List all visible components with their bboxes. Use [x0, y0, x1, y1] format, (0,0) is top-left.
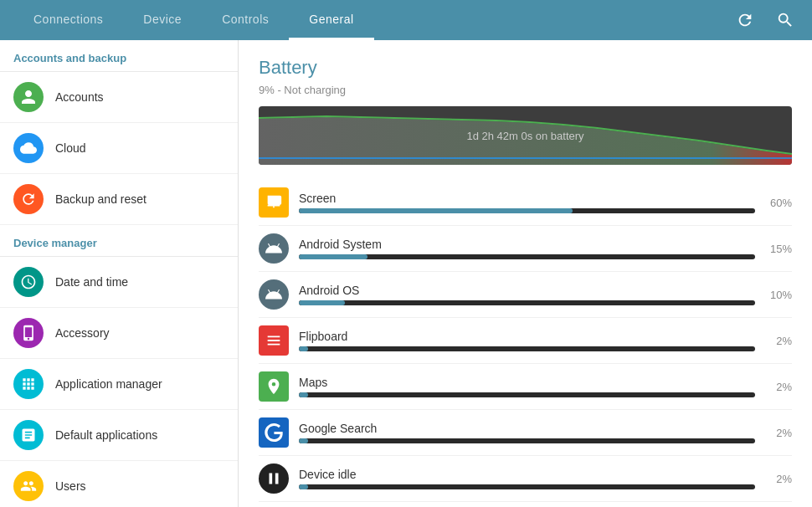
android-system-name: Android System	[299, 238, 755, 251]
app-manager-icon	[13, 369, 44, 399]
usage-item-google-play: Google Play services 2%	[259, 502, 792, 507]
usage-item-google-search: Google Search 2%	[259, 410, 792, 456]
device-idle-icon	[259, 463, 289, 494]
sidebar-item-users[interactable]: Users	[0, 461, 238, 507]
default-apps-icon	[13, 420, 44, 450]
android-system-info: Android System	[299, 238, 755, 259]
sidebar: Accounts and backup Accounts Cloud Backu…	[0, 40, 239, 507]
date-time-icon	[13, 267, 44, 297]
flipboard-percent: 2%	[765, 335, 792, 347]
users-icon	[13, 471, 44, 501]
maps-bar-fill	[299, 392, 308, 397]
flipboard-icon	[259, 325, 289, 356]
users-label: Users	[55, 479, 86, 493]
google-search-icon	[259, 417, 289, 448]
accounts-icon	[13, 82, 44, 112]
android-os-bar-bg	[299, 300, 755, 305]
device-idle-percent: 2%	[765, 473, 792, 485]
tab-controls[interactable]: Controls	[202, 0, 289, 40]
date-time-label: Date and time	[55, 275, 128, 289]
section-header-device-manager: Device manager	[0, 225, 238, 257]
flipboard-info: Flipboard	[299, 330, 755, 351]
nav-action-icons	[732, 7, 799, 33]
google-search-name: Google Search	[299, 422, 755, 435]
content-area: Battery 9% - Not charging	[239, 40, 812, 507]
flipboard-bar-bg	[299, 346, 755, 351]
android-system-icon	[259, 233, 289, 264]
main-layout: Accounts and backup Accounts Cloud Backu…	[0, 40, 812, 507]
usage-item-screen: Screen 60%	[259, 180, 792, 226]
sidebar-item-default-apps[interactable]: Default applications	[0, 410, 238, 461]
usage-item-maps: Maps 2%	[259, 364, 792, 410]
battery-usage-list: Screen 60% Android System	[259, 180, 792, 507]
device-idle-info: Device idle	[299, 468, 755, 489]
accessory-label: Accessory	[55, 326, 110, 340]
sidebar-item-date-time[interactable]: Date and time	[0, 257, 238, 308]
flipboard-bar-fill	[299, 346, 308, 351]
sidebar-item-accessory[interactable]: Accessory	[0, 308, 238, 359]
screen-percent: 60%	[765, 197, 792, 209]
backup-reset-icon	[13, 184, 44, 214]
search-icon[interactable]	[772, 7, 799, 33]
app-manager-label: Application manager	[55, 377, 162, 391]
battery-status: 9% - Not charging	[259, 84, 792, 96]
google-search-bar-fill	[299, 438, 308, 443]
google-search-percent: 2%	[765, 427, 792, 439]
maps-percent: 2%	[765, 381, 792, 393]
page-title: Battery	[259, 57, 792, 79]
sidebar-item-cloud[interactable]: Cloud	[0, 123, 238, 174]
battery-chart: 1d 2h 42m 0s on battery	[259, 106, 792, 165]
accounts-label: Accounts	[55, 90, 104, 104]
maps-icon	[259, 371, 289, 402]
maps-info: Maps	[299, 376, 755, 397]
screen-bar-fill	[299, 208, 573, 213]
maps-name: Maps	[299, 376, 755, 389]
screen-icon	[259, 187, 289, 218]
device-idle-name: Device idle	[299, 468, 755, 481]
android-os-icon	[259, 279, 289, 310]
flipboard-name: Flipboard	[299, 330, 755, 343]
default-apps-label: Default applications	[55, 428, 157, 442]
google-search-info: Google Search	[299, 422, 755, 443]
cloud-icon	[13, 133, 44, 163]
sidebar-item-app-manager[interactable]: Application manager	[0, 359, 238, 410]
android-system-bar-bg	[299, 254, 755, 259]
android-system-bar-fill	[299, 254, 367, 259]
refresh-icon[interactable]	[732, 7, 758, 33]
device-idle-bar-fill	[299, 484, 308, 489]
backup-reset-label: Backup and reset	[55, 192, 146, 206]
device-idle-bar-bg	[299, 484, 755, 489]
accessory-icon	[13, 318, 44, 348]
usage-item-device-idle: Device idle 2%	[259, 456, 792, 502]
usage-item-android-os: Android OS 10%	[259, 272, 792, 318]
sidebar-item-backup-reset[interactable]: Backup and reset	[0, 174, 238, 225]
maps-bar-bg	[299, 392, 755, 397]
screen-bar-bg	[299, 208, 755, 213]
screen-info: Screen	[299, 192, 755, 213]
tab-general[interactable]: General	[289, 0, 373, 40]
top-navigation: Connections Device Controls General	[0, 0, 812, 40]
android-system-percent: 15%	[765, 243, 792, 255]
android-os-info: Android OS	[299, 284, 755, 305]
usage-item-android-system: Android System 15%	[259, 226, 792, 272]
google-search-bar-bg	[299, 438, 755, 443]
screen-name: Screen	[299, 192, 755, 205]
sidebar-item-accounts[interactable]: Accounts	[0, 72, 238, 123]
android-os-name: Android OS	[299, 284, 755, 297]
section-header-accounts-backup: Accounts and backup	[0, 40, 238, 72]
usage-item-flipboard: Flipboard 2%	[259, 318, 792, 364]
cloud-label: Cloud	[55, 141, 86, 155]
tab-device[interactable]: Device	[123, 0, 202, 40]
battery-chart-label: 1d 2h 42m 0s on battery	[466, 130, 583, 142]
android-os-bar-fill	[299, 300, 345, 305]
android-os-percent: 10%	[765, 289, 792, 301]
nav-tabs: Connections Device Controls General	[13, 0, 732, 40]
tab-connections[interactable]: Connections	[13, 0, 123, 40]
